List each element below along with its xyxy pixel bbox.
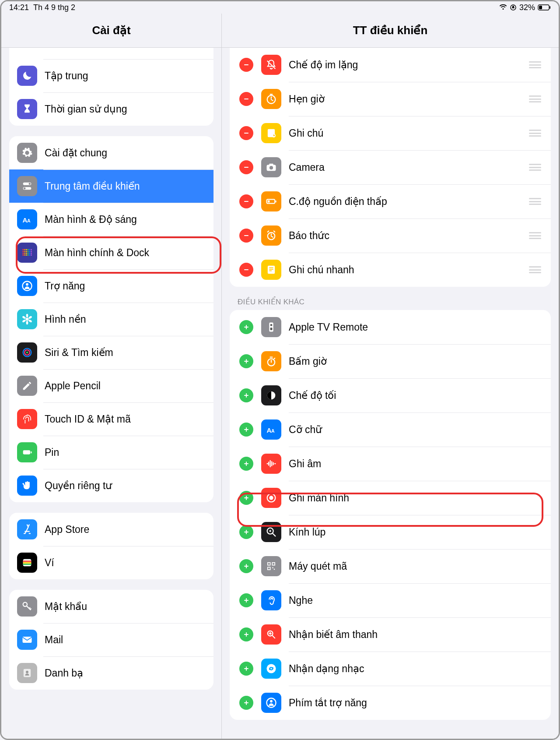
main-title: TT điều khiển xyxy=(222,14,559,48)
drag-handle[interactable] xyxy=(529,95,541,102)
svg-rect-114 xyxy=(244,702,248,703)
hourglass-icon xyxy=(17,99,37,119)
sidebar-item-passwords[interactable]: Mật khẩu xyxy=(9,590,214,623)
control-item-label: Apple TV Remote xyxy=(289,321,541,333)
svg-point-7 xyxy=(24,187,26,190)
shazam-icon xyxy=(261,659,281,679)
svg-rect-96 xyxy=(244,532,248,532)
person-icon xyxy=(261,693,281,713)
svg-rect-21 xyxy=(31,251,32,252)
sidebar-item-touch-id[interactable]: Touch ID & Mật mã xyxy=(9,402,214,436)
waveform-icon xyxy=(261,454,281,474)
sidebar-item-label: App Store xyxy=(45,524,89,536)
add-button[interactable] xyxy=(239,457,253,471)
drag-handle[interactable] xyxy=(529,232,541,239)
sidebar-item-home-screen[interactable]: Màn hình chính & Dock xyxy=(9,236,214,269)
note-icon xyxy=(261,123,281,143)
svg-rect-25 xyxy=(28,253,29,254)
main-panel: TT điều khiển Chế độ im lặngHẹn giờGhi c… xyxy=(222,14,559,739)
remove-button[interactable] xyxy=(239,92,253,106)
svg-point-116 xyxy=(270,700,273,703)
drag-handle[interactable] xyxy=(529,266,541,273)
svg-point-52 xyxy=(23,603,27,606)
svg-rect-33 xyxy=(31,254,32,256)
add-button[interactable] xyxy=(239,320,253,334)
battery-icon xyxy=(538,4,551,11)
control-item-label: Phím tắt trợ năng xyxy=(289,697,541,709)
remove-button[interactable] xyxy=(239,126,253,140)
svg-rect-57 xyxy=(244,99,248,99)
add-button[interactable] xyxy=(239,525,253,539)
add-button[interactable] xyxy=(239,354,253,368)
svg-rect-72 xyxy=(244,269,248,270)
battery-percent: 32% xyxy=(519,3,535,12)
add-button[interactable] xyxy=(239,559,253,573)
sidebar-item-wallet[interactable]: Ví xyxy=(9,546,214,579)
svg-point-45 xyxy=(26,352,28,354)
remove-button[interactable] xyxy=(239,194,253,208)
add-button[interactable] xyxy=(239,491,253,505)
svg-text:A: A xyxy=(267,426,272,434)
svg-rect-75 xyxy=(244,327,248,328)
timer-icon xyxy=(261,89,281,109)
control-item-dark-mode: Chế độ tối xyxy=(230,378,551,412)
svg-rect-80 xyxy=(244,361,248,362)
wallet-icon xyxy=(17,553,37,573)
sidebar-item-screen-time[interactable]: Thời gian sử dụng xyxy=(9,92,214,126)
svg-point-38 xyxy=(28,316,32,319)
add-button[interactable] xyxy=(239,627,253,641)
drag-handle[interactable] xyxy=(529,61,541,68)
sidebar-item-apple-pencil[interactable]: Apple Pencil xyxy=(9,369,214,402)
svg-rect-24 xyxy=(26,253,27,254)
add-button[interactable] xyxy=(239,423,253,437)
control-item-label: Máy quét mã xyxy=(289,560,541,572)
svg-rect-26 xyxy=(29,253,30,254)
gear-icon xyxy=(17,143,37,163)
sidebar-item-battery[interactable]: Pin xyxy=(9,436,214,469)
control-item-notes: Ghi chú xyxy=(230,116,551,150)
svg-rect-19 xyxy=(28,251,29,252)
sidebar-item-control-center[interactable]: Trung tâm điều khiển xyxy=(9,169,214,203)
remove-button[interactable] xyxy=(239,229,253,243)
sidebar-item-label: Trợ năng xyxy=(45,280,85,292)
svg-rect-101 xyxy=(272,563,275,565)
sidebar-item-mail[interactable]: Mail xyxy=(9,623,214,656)
add-button[interactable] xyxy=(239,696,253,710)
add-button[interactable] xyxy=(239,593,253,607)
svg-rect-2 xyxy=(539,6,542,9)
sidebar-item-wallpaper[interactable]: Hình nền xyxy=(9,303,214,336)
svg-rect-13 xyxy=(28,249,29,250)
mail-icon xyxy=(17,630,37,650)
remove-button[interactable] xyxy=(239,160,253,174)
svg-point-5 xyxy=(29,183,31,185)
sidebar-item-general[interactable]: Cài đặt chung xyxy=(9,136,214,169)
control-item-label: Camera xyxy=(289,162,529,173)
control-item-code-scanner: Máy quét mã xyxy=(230,549,551,583)
svg-point-40 xyxy=(26,321,28,324)
add-button[interactable] xyxy=(239,662,253,676)
control-item-label: Chế độ tối xyxy=(289,390,541,402)
sidebar-item-label: Apple Pencil xyxy=(45,380,101,392)
sidebar-item-sounds[interactable] xyxy=(9,48,214,59)
control-item-label: Nhận dạng nhạc xyxy=(289,663,541,675)
svg-rect-99 xyxy=(244,566,248,567)
drag-handle[interactable] xyxy=(529,130,541,137)
svg-rect-111 xyxy=(244,668,248,669)
sidebar-item-label: Pin xyxy=(45,447,59,458)
switches-icon xyxy=(17,176,37,196)
sidebar-item-focus[interactable]: Tập trung xyxy=(9,59,214,92)
remove-button[interactable] xyxy=(239,263,253,277)
svg-rect-17 xyxy=(24,251,25,252)
drag-handle[interactable] xyxy=(529,164,541,171)
sidebar-item-app-store[interactable]: App Store xyxy=(9,513,214,546)
sidebar-item-accessibility[interactable]: Trợ năng xyxy=(9,269,214,303)
svg-rect-49 xyxy=(23,560,32,562)
remove-button[interactable] xyxy=(239,58,253,72)
add-button[interactable] xyxy=(239,388,253,402)
sidebar-item-display[interactable]: AAMàn hình & Độ sáng xyxy=(9,203,214,236)
sidebar-item-privacy[interactable]: Quyền riêng tư xyxy=(9,469,214,502)
drag-handle[interactable] xyxy=(529,198,541,205)
sidebar-item-siri[interactable]: Siri & Tìm kiếm xyxy=(9,336,214,369)
sidebar-item-contacts[interactable]: Danh bạ xyxy=(9,656,214,690)
svg-point-55 xyxy=(26,671,28,673)
